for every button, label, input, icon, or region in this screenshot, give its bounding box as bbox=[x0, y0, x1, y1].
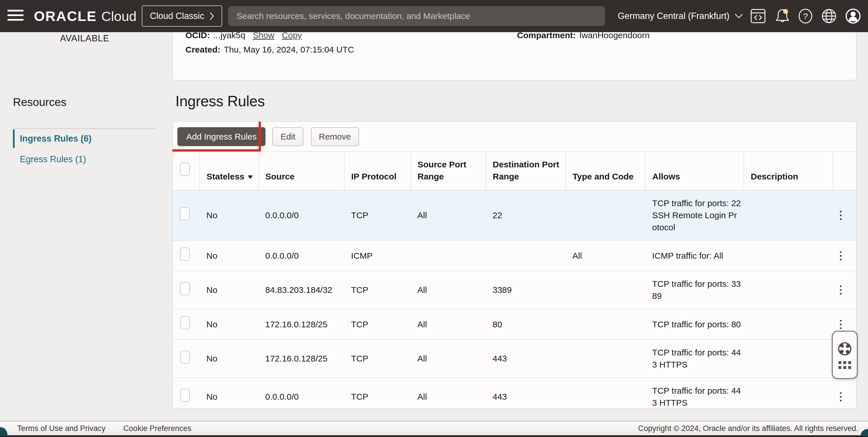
table-row[interactable]: No 0.0.0.0/0 TCP All 443 TCP traffic for… bbox=[173, 378, 857, 409]
table-body: No 0.0.0.0/0 TCP All 22 TCP traffic for … bbox=[173, 190, 857, 409]
cell-stateless: No bbox=[199, 309, 258, 340]
notifications-bell-icon[interactable] bbox=[774, 8, 790, 24]
screen-bottom-edge bbox=[0, 435, 868, 437]
cell-allows: TCP traffic for ports: 443 HTTPS bbox=[645, 378, 744, 409]
cell-ip-protocol: TCP bbox=[344, 190, 410, 241]
cell-destination-port-range: 80 bbox=[486, 309, 565, 340]
life-ring-icon bbox=[837, 341, 852, 356]
cell-stateless: No bbox=[199, 271, 258, 309]
column-header-allows[interactable]: Allows bbox=[645, 152, 744, 190]
column-header-stateless[interactable]: Stateless bbox=[199, 152, 258, 190]
copyright-text: Copyright © 2024, Oracle and/or its affi… bbox=[638, 424, 858, 433]
status-badge: AVAILABLE bbox=[48, 33, 121, 44]
row-actions-menu-icon[interactable] bbox=[834, 285, 847, 294]
cell-ip-protocol: TCP bbox=[344, 271, 410, 309]
help-icon[interactable]: ? bbox=[797, 8, 813, 24]
cell-source-port-range: All bbox=[410, 378, 486, 409]
terms-link[interactable]: Terms of Use and Privacy bbox=[17, 424, 105, 433]
cell-description bbox=[744, 309, 833, 340]
cell-ip-protocol: TCP bbox=[344, 340, 410, 378]
support-widget[interactable] bbox=[832, 331, 858, 379]
column-header-destination-port-range[interactable]: Destination Port Range bbox=[486, 152, 565, 190]
chevron-right-icon bbox=[210, 12, 214, 21]
hamburger-menu-icon[interactable] bbox=[7, 10, 24, 22]
cell-type-and-code bbox=[565, 309, 645, 340]
row-actions-menu-icon[interactable] bbox=[834, 251, 847, 260]
table-row[interactable]: No 84.83.203.184/32 TCP All 3389 TCP tra… bbox=[173, 271, 857, 309]
add-ingress-rules-button[interactable]: Add Ingress Rules bbox=[177, 127, 266, 146]
sidebar-nav: Ingress Rules (6) Egress Rules (1) bbox=[13, 129, 162, 171]
cookie-preferences-link[interactable]: Cookie Preferences bbox=[123, 424, 191, 433]
edit-button[interactable]: Edit bbox=[272, 127, 303, 146]
row-checkbox[interactable] bbox=[180, 350, 190, 364]
cell-source: 84.83.203.184/32 bbox=[258, 271, 344, 309]
oracle-cloud-logo[interactable]: ORACLE Cloud bbox=[34, 0, 136, 32]
row-checkbox[interactable] bbox=[180, 207, 190, 220]
language-globe-icon[interactable] bbox=[821, 8, 837, 24]
table-row[interactable]: No 172.16.0.128/25 TCP All 80 TCP traffi… bbox=[173, 309, 857, 340]
user-avatar-icon[interactable] bbox=[845, 8, 861, 24]
table-row[interactable]: No 0.0.0.0/0 ICMP All ICMP traffic for: … bbox=[173, 241, 857, 271]
cell-source: 0.0.0.0/0 bbox=[258, 378, 344, 409]
region-label: Germany Central (Frankfurt) bbox=[618, 11, 730, 21]
topbar: ORACLE Cloud Cloud Classic Germany Centr… bbox=[0, 0, 868, 32]
cell-source-port-range: All bbox=[410, 309, 486, 340]
select-all-checkbox[interactable] bbox=[180, 162, 190, 176]
cell-destination-port-range: 3389 bbox=[486, 271, 565, 309]
cell-description bbox=[744, 340, 833, 378]
cell-stateless: No bbox=[199, 378, 258, 409]
sidebar-item-egress-rules[interactable]: Egress Rules (1) bbox=[13, 150, 162, 168]
brand-cloud: Cloud bbox=[101, 8, 136, 24]
cell-source: 172.16.0.128/25 bbox=[258, 340, 344, 378]
cell-source-port-range bbox=[410, 241, 486, 271]
cell-ip-protocol: ICMP bbox=[344, 241, 410, 271]
cloud-classic-button[interactable]: Cloud Classic bbox=[142, 5, 222, 27]
cell-description bbox=[744, 378, 833, 409]
column-header-source-port-range[interactable]: Source Port Range bbox=[410, 152, 486, 190]
cell-type-and-code: All bbox=[565, 241, 645, 271]
region-selector[interactable]: Germany Central (Frankfurt) bbox=[618, 0, 743, 32]
row-checkbox[interactable] bbox=[180, 248, 190, 261]
sidebar-item-ingress-rules[interactable]: Ingress Rules (6) bbox=[13, 129, 162, 148]
cell-source-port-range: All bbox=[410, 340, 486, 378]
column-header-ip-protocol[interactable]: IP Protocol bbox=[344, 152, 410, 190]
ingress-rules-table: Stateless Source IP Protocol Source Port… bbox=[173, 152, 857, 409]
column-header-type-and-code[interactable]: Type and Code bbox=[565, 152, 645, 190]
cell-description bbox=[744, 190, 833, 241]
code-editor-icon[interactable] bbox=[750, 8, 766, 24]
row-actions-menu-icon[interactable] bbox=[834, 392, 847, 401]
table-row[interactable]: No 172.16.0.128/25 TCP All 443 TCP traff… bbox=[173, 340, 857, 378]
cell-destination-port-range: 443 bbox=[486, 340, 565, 378]
cell-destination-port-range bbox=[486, 241, 565, 271]
row-actions-menu-icon[interactable] bbox=[834, 320, 847, 329]
cell-allows: TCP traffic for ports: 22 SSH Remote Log… bbox=[645, 190, 744, 241]
apps-grid-icon bbox=[838, 361, 851, 369]
row-checkbox[interactable] bbox=[180, 282, 190, 295]
row-checkbox[interactable] bbox=[180, 316, 190, 329]
column-header-source[interactable]: Source bbox=[258, 152, 344, 190]
sort-desc-icon bbox=[248, 176, 253, 179]
cell-source: 172.16.0.128/25 bbox=[258, 309, 344, 340]
cell-destination-port-range: 22 bbox=[486, 190, 565, 241]
row-checkbox[interactable] bbox=[180, 389, 190, 402]
table-header-row: Stateless Source IP Protocol Source Port… bbox=[173, 152, 857, 190]
cell-allows: TCP traffic for ports: 3389 bbox=[645, 271, 744, 309]
cell-destination-port-range: 443 bbox=[486, 378, 565, 409]
table-row[interactable]: No 0.0.0.0/0 TCP All 22 TCP traffic for … bbox=[173, 190, 857, 241]
row-actions-menu-icon[interactable] bbox=[834, 211, 847, 220]
cell-source-port-range: All bbox=[410, 190, 486, 241]
cell-source: 0.0.0.0/0 bbox=[258, 190, 344, 241]
remove-button[interactable]: Remove bbox=[311, 127, 359, 146]
cell-allows: ICMP traffic for: All bbox=[645, 241, 744, 271]
column-header-description[interactable]: Description bbox=[744, 152, 833, 190]
search-input[interactable] bbox=[228, 6, 605, 26]
table-toolbar: Add Ingress Rules Edit Remove bbox=[173, 122, 856, 152]
cell-source: 0.0.0.0/0 bbox=[258, 241, 344, 271]
cell-source-port-range: All bbox=[410, 271, 486, 309]
cell-ip-protocol: TCP bbox=[344, 378, 410, 409]
resources-heading: Resources bbox=[13, 96, 66, 108]
cell-allows: TCP traffic for ports: 443 HTTPS bbox=[645, 340, 744, 378]
cell-stateless: No bbox=[199, 241, 258, 271]
cell-type-and-code bbox=[565, 271, 645, 309]
page-title: Ingress Rules bbox=[175, 92, 265, 110]
